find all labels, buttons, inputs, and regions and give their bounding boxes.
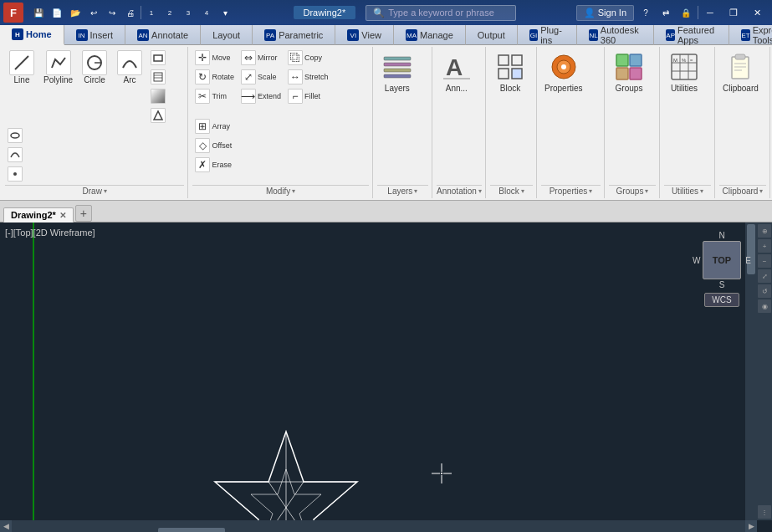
app-icon[interactable]: F [3,3,23,23]
annotate-button[interactable]: A Ann... [437,49,477,95]
draw-arc-button[interactable]: Arc [113,49,146,86]
h-scroll-thumb[interactable] [158,528,225,532]
ribbon-group-clipboard: Clipboard Clipboard ▾ [716,47,770,198]
tab-manage[interactable]: MA Manage [394,25,466,45]
utilities-button[interactable]: M % ≈ Utilities [664,49,704,95]
groups-group-arrow[interactable]: ▾ [645,187,648,195]
tab-layout[interactable]: Layout [201,25,253,45]
qa-1[interactable]: 1 [143,4,160,21]
rt-pan-button[interactable]: ⊕ [758,224,771,238]
tab-view[interactable]: VI View [335,25,394,45]
rt-zoom-extent-button[interactable]: ⤢ [758,269,771,283]
wcs-button[interactable]: WCS [704,293,739,307]
h-scrollbar[interactable]: ◀ ▶ [0,520,757,532]
copy-icon: ⿻ [288,50,303,65]
qa-plot[interactable]: 🖨 [122,4,139,21]
win-restore[interactable]: ❐ [722,0,745,25]
nav-cube-container[interactable]: N S E W TOP [693,231,751,289]
tab-express[interactable]: ET Express Tools [729,25,772,45]
rt-zoom-in-button[interactable]: + [758,239,771,253]
nav-cube-box[interactable]: TOP [703,241,741,279]
help-button[interactable]: ? [637,4,654,21]
exchange-button[interactable]: ⇄ [657,4,674,21]
ellipse-icon [8,128,23,143]
modify-move-button[interactable]: ✛ Move [192,49,237,67]
tab-plugins[interactable]: GI Plug-ins [518,25,578,45]
modify-erase-button[interactable]: ✗ Erase [192,156,234,174]
qa-3[interactable]: 3 [180,4,197,21]
block-button[interactable]: Block [490,49,530,95]
draw-hatch-button[interactable] [148,68,168,86]
qa-open[interactable]: 📂 [67,4,84,21]
title-bar-left: F 💾 📄 📂 ↩ ↪ 🖨 1 2 3 4 ▾ [3,3,233,23]
doc-tab-drawing2[interactable]: Drawing2* ✕ [3,207,74,223]
draw-group-arrow[interactable]: ▾ [104,187,107,195]
draw-circle-button[interactable]: Circle [78,49,111,86]
doc-tab-close[interactable]: ✕ [59,211,66,220]
qa-redo[interactable]: ↪ [104,4,120,21]
sign-in-button[interactable]: 👤 Sign In [576,5,634,21]
drawing-area[interactable]: [-][Top][2D Wireframe] [0,223,772,532]
qa-undo[interactable]: ↩ [85,4,102,21]
modify-stretch-button[interactable]: ↔ Stretch [285,68,331,86]
search-input[interactable] [388,8,505,18]
draw-elliptic-arc-button[interactable] [5,146,25,164]
qa-save[interactable]: 💾 [30,4,47,21]
draw-gradient-button[interactable] [148,87,168,105]
tab-autodesk360[interactable]: NL Autodesk 360 [577,25,654,45]
tab-featured[interactable]: AP Featured Apps [654,25,729,45]
layers-button[interactable]: Layers [377,49,417,95]
rt-orbit-button[interactable]: ↺ [758,284,771,298]
tab-annotate[interactable]: AN Annotate [125,25,201,45]
modify-scale-button[interactable]: ⤢ Scale [238,68,284,86]
nav-cube[interactable]: N S E W TOP WCS [688,231,755,323]
erase-icon: ✗ [195,157,210,172]
tab-insert[interactable]: IN Insert [64,25,126,45]
search-bar[interactable]: 🔍 [366,5,516,21]
new-document-button[interactable]: + [75,205,92,222]
qa-dropdown[interactable]: ▾ [217,4,233,21]
clipboard-group-arrow[interactable]: ▾ [759,187,763,195]
draw-boundary-button[interactable] [148,106,168,125]
h-scroll-right[interactable]: ▶ [745,520,757,532]
modify-group-arrow[interactable]: ▾ [292,187,295,195]
qa-new[interactable]: 📄 [49,4,65,21]
layers-group-arrow[interactable]: ▾ [414,187,417,195]
modify-array-button[interactable]: ⊞ Array [192,117,234,136]
h-scroll-left[interactable]: ◀ [0,520,12,532]
drawing-canvas[interactable]: X Y [0,223,772,532]
win-close[interactable]: ✕ [745,0,769,25]
tab-output[interactable]: Output [466,25,518,45]
annotate-group-arrow[interactable]: ▾ [478,187,482,195]
file-tab[interactable]: Drawing2* [294,6,356,19]
groups-button[interactable]: Groups [609,49,649,95]
utilities-group-arrow[interactable]: ▾ [700,187,703,195]
draw-rect-button[interactable] [148,49,168,67]
draw-line-button[interactable]: Line [5,49,38,86]
modify-offset-button[interactable]: ◇ Offset [192,136,234,155]
modify-rotate-button[interactable]: ↻ Rotate [192,68,237,86]
clipboard-button[interactable]: Clipboard [719,49,762,95]
draw-point-button[interactable] [5,165,25,183]
modify-fillet-button[interactable]: ⌐ Fillet [285,87,331,105]
qa-4[interactable]: 4 [198,4,215,21]
lock-button[interactable]: 🔒 [677,4,694,21]
rt-view-button[interactable]: ◉ [758,299,771,313]
draw-ellipse-button[interactable] [5,126,25,145]
svg-rect-22 [616,54,628,66]
tab-parametric[interactable]: PA Parametric [253,25,335,45]
modify-mirror-button[interactable]: ⇔ Mirror [238,49,284,67]
modify-copy-button[interactable]: ⿻ Copy [285,49,331,67]
properties-button[interactable]: Properties [541,49,586,95]
block-group-arrow[interactable]: ▾ [521,187,524,195]
qa-2[interactable]: 2 [161,4,178,21]
properties-group-arrow[interactable]: ▾ [589,187,592,195]
draw-polyline-button[interactable]: Polyline [40,49,76,86]
mirror-icon: ⇔ [241,50,256,65]
tab-home[interactable]: H Home [0,25,64,45]
modify-extend-button[interactable]: ⟶ Extend [238,87,284,105]
rt-settings-button[interactable]: ⋮ [758,505,771,519]
win-minimize[interactable]: ─ [698,0,722,25]
rt-zoom-out-button[interactable]: − [758,254,771,268]
modify-trim-button[interactable]: ✂ Trim [192,87,237,105]
